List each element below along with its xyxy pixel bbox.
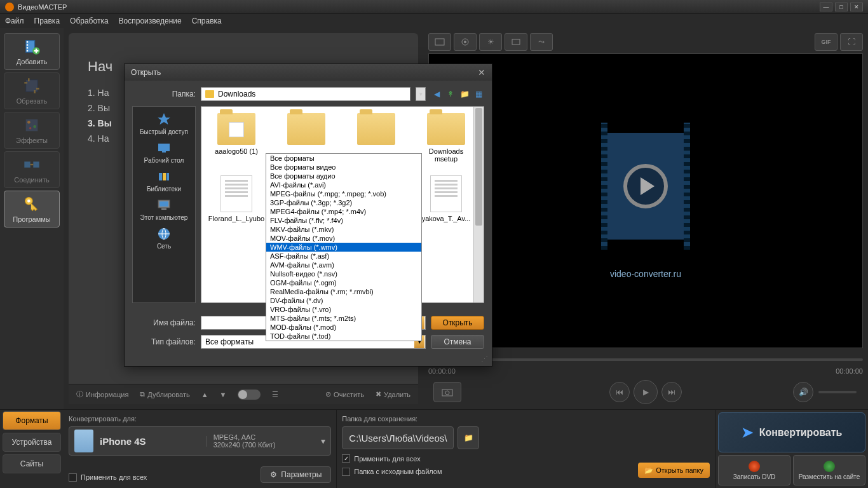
timeline[interactable]	[428, 352, 863, 367]
dialog-cancel-button[interactable]: Отмена	[431, 335, 484, 349]
minimize-button[interactable]: —	[820, 3, 832, 11]
filetype-option[interactable]: FLV-файлы (*.flv; *.f4v)	[266, 216, 421, 225]
params-button[interactable]: ⚙ Параметры	[261, 466, 331, 483]
file-item[interactable]: Florand_L._Lyubo	[208, 175, 265, 222]
dialog-close-button[interactable]: ✕	[478, 67, 485, 78]
filetype-option[interactable]: 3GP-файлы (*.3gp; *.3g2)	[266, 198, 421, 207]
nav-view-button[interactable]: ▦	[473, 88, 484, 100]
maximize-button[interactable]: □	[835, 3, 848, 11]
preview-tool-5[interactable]: ⤳	[530, 33, 553, 51]
svg-rect-25	[166, 173, 169, 180]
dialog-open-button[interactable]: Открыть	[431, 316, 484, 330]
place-desktop[interactable]: Рабочий стол	[144, 140, 184, 164]
place-quick-access[interactable]: Быстрый доступ	[140, 112, 188, 135]
resize-grip[interactable]: ⋰	[125, 355, 492, 366]
filetype-option[interactable]: ASF-файлы (*.asf)	[266, 252, 421, 261]
tab-devices[interactable]: Устройства	[3, 433, 61, 452]
filetype-option[interactable]: AVM-файлы (*.avm)	[266, 261, 421, 269]
publish-button[interactable]: Разместить на сайте	[793, 455, 865, 485]
filetype-option[interactable]: Все форматы видео	[266, 163, 421, 172]
folder-dropdown-button[interactable]: ▾	[416, 87, 426, 101]
up-button[interactable]: ▲	[201, 391, 208, 398]
keep-source-checkbox[interactable]	[342, 468, 350, 476]
filetype-option[interactable]: MPEG4-файлы (*.mp4; *.m4v)	[266, 207, 421, 216]
filetype-option[interactable]: AVI-файлы (*.avi)	[266, 180, 421, 189]
browse-folder-button[interactable]: 📁	[458, 426, 479, 449]
nav-new-folder-button[interactable]: 📁	[459, 88, 470, 100]
close-button[interactable]: ✕	[850, 3, 863, 11]
tool-programs[interactable]: Программы	[4, 191, 60, 227]
snapshot-button[interactable]	[433, 382, 461, 402]
preview-tool-2[interactable]	[454, 33, 477, 51]
preview-tool-1[interactable]	[428, 33, 451, 51]
place-network[interactable]: Сеть	[155, 226, 173, 250]
filetype-option[interactable]: OGM-файлы (*.ogm)	[266, 278, 421, 287]
nav-back-button[interactable]: ◀	[431, 88, 442, 100]
scrollbar[interactable]	[473, 107, 484, 302]
convert-button[interactable]: ➤ Конвертировать	[718, 412, 865, 452]
gif-icon: GIF	[822, 39, 831, 45]
filetype-option[interactable]: MTS-файлы (*.mts; *.m2ts)	[266, 314, 421, 323]
tool-effects[interactable]: Эффекты	[4, 112, 60, 149]
play-button[interactable]: ▶	[634, 380, 658, 404]
menu-playback[interactable]: Воспроизведение	[119, 17, 182, 25]
info-button[interactable]: ⓘИнформация	[76, 390, 128, 399]
filetype-option[interactable]: Все форматы аудио	[266, 172, 421, 180]
preview-fullscreen[interactable]: ⛶	[840, 33, 863, 51]
duplicate-button[interactable]: ⧉Дублировать	[140, 390, 189, 398]
tool-crop-label: Обрезать	[17, 97, 48, 105]
filetype-option[interactable]: MOV-файлы (*.mov)	[266, 234, 421, 243]
volume-button[interactable]: 🔊	[793, 382, 813, 402]
file-item[interactable]: yakova_T._Av...	[417, 175, 475, 222]
menu-edit[interactable]: Правка	[34, 17, 60, 25]
open-folder-button[interactable]: 📂 Открыть папку	[638, 463, 710, 478]
filetype-option[interactable]: MKV-файлы (*.mkv)	[266, 225, 421, 234]
delete-button[interactable]: ✖Удалить	[376, 390, 410, 398]
tab-sites[interactable]: Сайты	[3, 454, 61, 473]
menu-file[interactable]: Файл	[5, 17, 24, 25]
preview-tool-4[interactable]	[505, 33, 527, 51]
filetype-option[interactable]: MOD-файлы (*.mod)	[266, 323, 421, 332]
folder-icon	[357, 113, 395, 145]
file-item[interactable]: aaalogo50 (1)	[208, 113, 265, 163]
filetype-option[interactable]: Nullsoft-видео (*.nsv)	[266, 269, 421, 278]
preview-tool-3[interactable]: ☀	[479, 33, 502, 51]
volume-slider[interactable]	[818, 391, 857, 393]
filetype-option[interactable]: Все форматы	[266, 154, 421, 163]
filetype-option[interactable]: RealMedia-файлы (*.rm; *.rmvbi)	[266, 287, 421, 296]
folder-select[interactable]: Downloads	[201, 87, 410, 101]
filetype-dropdown-list[interactable]: Все форматыВсе форматы видеоВсе форматы …	[266, 153, 422, 341]
arrow-up-icon: ▲	[201, 391, 208, 398]
toggle-switch[interactable]	[238, 390, 261, 400]
menu-button[interactable]: ☰	[272, 390, 278, 398]
tool-programs-label: Программы	[13, 215, 50, 223]
tool-join[interactable]: Соединить	[4, 151, 60, 188]
tool-add[interactable]: Добавить	[4, 33, 60, 70]
place-libraries[interactable]: Библиотеки	[147, 169, 181, 193]
prev-button[interactable]: ⏮	[609, 382, 630, 402]
next-button[interactable]: ⏭	[661, 382, 682, 402]
clear-button[interactable]: ⊘Очистить	[325, 390, 364, 398]
menu-help[interactable]: Справка	[192, 17, 222, 25]
key-icon	[23, 195, 41, 213]
filetype-option[interactable]: VRO-файлы (*.vro)	[266, 305, 421, 314]
apply-all-2-checkbox[interactable]	[342, 454, 350, 463]
crop-icon	[23, 77, 41, 95]
place-computer[interactable]: Этот компьютер	[140, 198, 188, 221]
apply-all-checkbox[interactable]	[69, 473, 77, 482]
filetype-option[interactable]: DV-файлы (*.dv)	[266, 296, 421, 305]
file-item[interactable]: Downloads msetup	[417, 113, 475, 163]
nav-up-button[interactable]: ↟	[445, 88, 456, 100]
menu-process[interactable]: Обработка	[70, 17, 109, 25]
tab-formats[interactable]: Форматы	[3, 411, 61, 430]
filetype-option[interactable]: MPEG-файлы (*.mpg; *.mpeg; *.vob)	[266, 189, 421, 198]
burn-dvd-button[interactable]: Записать DVD	[718, 455, 790, 485]
device-selector[interactable]: iPhone 4S MPEG4, AAC 320x240 (700 Кбит) …	[69, 426, 331, 456]
tool-crop[interactable]: Обрезать	[4, 72, 60, 109]
places-bar: Быстрый доступ Рабочий стол Библиотеки Э…	[132, 106, 196, 303]
save-path-input[interactable]: C:\Users\Люба\Videos\	[342, 426, 454, 449]
preview-gif[interactable]: GIF	[815, 33, 837, 51]
down-button[interactable]: ▼	[220, 391, 227, 398]
filetype-option[interactable]: TOD-файлы (*.tod)	[266, 332, 421, 341]
filetype-option[interactable]: WMV-файлы (*.wmv)	[266, 243, 421, 252]
